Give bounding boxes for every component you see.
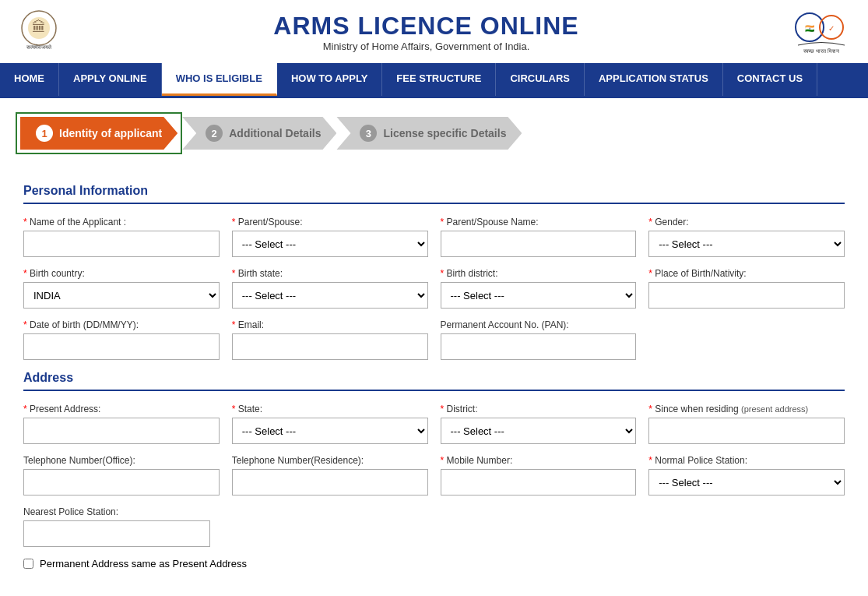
step-3[interactable]: 3 License specific Details (336, 117, 522, 150)
nav-who-is-eligible[interactable]: WHO IS ELIGIBLE (162, 63, 277, 96)
header: 🏛 सत्यमेव जयते ARMS LICENCE ONLINE Minis… (0, 0, 868, 63)
mobile-group: * Mobile Number: (441, 455, 637, 495)
logo: 🏛 सत्यमेव जयते (16, 6, 62, 57)
svg-text:सत्यमेव जयते: सत्यमेव जयते (26, 44, 53, 50)
tel-office-group: Telephone Number(Office): (23, 455, 220, 495)
place-of-birth-group: * Place of Birth/Nativity: (648, 268, 845, 309)
step2-num: 2 (206, 125, 223, 142)
parent-spouse-select[interactable]: --- Select --- Father Spouse (232, 231, 428, 257)
step2-label: Additional Details (229, 127, 321, 139)
step3-label: License specific Details (383, 127, 506, 139)
nearest-police-label: Nearest Police Station: (23, 506, 210, 517)
mobile-input[interactable] (441, 469, 637, 495)
step1-wrapper: 1 Identity of applicant (16, 112, 182, 154)
present-address-group: * Present Address: (23, 404, 220, 444)
name-label: * Name of the Applicant : (23, 217, 220, 227)
state-group: * State: --- Select --- (232, 404, 428, 444)
pan-group: Permanent Account No. (PAN): (441, 319, 637, 360)
pan-label: Permanent Account No. (PAN): (441, 319, 637, 330)
pan-input[interactable] (441, 333, 637, 360)
since-when-label: * Since when residing (present address) (648, 404, 845, 414)
nav-home[interactable]: HOME (0, 63, 59, 96)
form-row-6: Nearest Police Station: (23, 506, 845, 547)
district-select[interactable]: --- Select --- (441, 418, 637, 444)
parent-spouse-name-group: * Parent/Spouse Name: (441, 217, 637, 257)
steps-container: 1 Identity of applicant 2 Additional Det… (0, 98, 868, 168)
dob-input[interactable] (23, 333, 220, 360)
nav-apply-online[interactable]: APPLY ONLINE (59, 63, 162, 96)
emblem-icon: 🏛 सत्यमेव जयते (16, 6, 62, 57)
form-row-2: * Birth country: INDIA * Birth state: --… (23, 268, 845, 309)
main-nav: HOME APPLY ONLINE WHO IS ELIGIBLE HOW TO… (0, 63, 868, 96)
header-right-logo: 🇮🇳 ✓ स्वच्छ भारत मिशन (790, 9, 852, 55)
step3-num: 3 (360, 125, 377, 142)
state-select[interactable]: --- Select --- (232, 418, 428, 444)
tel-residence-group: Telephone Number(Residence): (232, 455, 428, 495)
district-group: * District: --- Select --- (441, 404, 637, 444)
form-row-5: Telephone Number(Office): Telephone Numb… (23, 455, 845, 495)
app-subtitle: Ministry of Home Affairs, Government of … (273, 41, 578, 52)
swachh-bharat-icon: 🇮🇳 ✓ स्वच्छ भारत मिशन (794, 10, 849, 53)
birth-state-select[interactable]: --- Select --- (232, 282, 428, 309)
birth-district-group: * Birth district: --- Select --- (441, 268, 637, 309)
since-when-group: * Since when residing (present address) (648, 404, 845, 444)
personal-info-title: Personal Information (23, 184, 845, 204)
birth-district-select[interactable]: --- Select --- (441, 282, 637, 309)
address-title: Address (23, 371, 845, 391)
parent-spouse-label: * Parent/Spouse: (232, 217, 428, 227)
place-of-birth-input[interactable] (648, 282, 845, 309)
since-when-input[interactable] (648, 418, 845, 444)
district-label: * District: (441, 404, 637, 414)
nav-how-to-apply[interactable]: HOW TO APPLY (277, 63, 382, 96)
gender-group: * Gender: --- Select --- Male Female Oth… (648, 217, 845, 257)
spacer-group (648, 319, 845, 360)
step-1[interactable]: 1 Identity of applicant (20, 117, 177, 150)
present-address-label: * Present Address: (23, 404, 220, 414)
nearest-police-group: Nearest Police Station: (23, 506, 210, 547)
email-label: * Email: (232, 319, 428, 330)
step1-num: 1 (36, 125, 53, 142)
name-group: * Name of the Applicant : (23, 217, 220, 257)
tel-residence-input[interactable] (232, 469, 428, 495)
step-2[interactable]: 2 Additional Details (182, 117, 336, 150)
form-row-4: * Present Address: * State: --- Select -… (23, 404, 845, 444)
nav-contact-us[interactable]: CONTACT US (723, 63, 817, 96)
state-label: * State: (232, 404, 428, 414)
svg-text:🇮🇳: 🇮🇳 (805, 23, 815, 34)
normal-police-label: * Normal Police Station: (648, 455, 845, 466)
gender-label: * Gender: (648, 217, 845, 227)
normal-police-select[interactable]: --- Select --- (648, 469, 845, 495)
name-input[interactable] (23, 231, 220, 257)
normal-police-group: * Normal Police Station: --- Select --- (648, 455, 845, 495)
parent-spouse-name-input[interactable] (441, 231, 637, 257)
mobile-label: * Mobile Number: (441, 455, 637, 466)
steps: 1 Identity of applicant 2 Additional Det… (16, 112, 852, 154)
parent-spouse-group: * Parent/Spouse: --- Select --- Father S… (232, 217, 428, 257)
present-address-input[interactable] (23, 418, 220, 444)
place-of-birth-label: * Place of Birth/Nativity: (648, 268, 845, 279)
app-title: ARMS LICENCE ONLINE (273, 12, 578, 41)
birth-district-label: * Birth district: (441, 268, 637, 279)
tel-office-input[interactable] (23, 469, 220, 495)
nav-fee-structure[interactable]: FEE STRUCTURE (382, 63, 496, 96)
step1-label: Identity of applicant (59, 127, 162, 139)
birth-country-label: * Birth country: (23, 268, 220, 279)
gender-select[interactable]: --- Select --- Male Female Other (648, 231, 845, 257)
tel-office-label: Telephone Number(Office): (23, 455, 220, 466)
nav-circulars[interactable]: CIRCULARS (496, 63, 585, 96)
email-input[interactable] (232, 333, 428, 360)
parent-spouse-name-label: * Parent/Spouse Name: (441, 217, 637, 227)
permanent-address-checkbox[interactable] (23, 559, 33, 569)
svg-text:स्वच्छ भारत मिशन: स्वच्छ भारत मिशन (803, 48, 840, 53)
nearest-police-input[interactable] (23, 520, 210, 547)
email-group: * Email: (232, 319, 428, 360)
birth-country-group: * Birth country: INDIA (23, 268, 220, 309)
svg-text:🏛: 🏛 (32, 19, 46, 35)
nav-application-status[interactable]: APPLICATION STATUS (585, 63, 723, 96)
birth-state-label: * Birth state: (232, 268, 428, 279)
form-row-1: * Name of the Applicant : * Parent/Spous… (23, 217, 845, 257)
permanent-address-label: Permanent Address same as Present Addres… (40, 558, 247, 570)
birth-state-group: * Birth state: --- Select --- (232, 268, 428, 309)
header-title: ARMS LICENCE ONLINE Ministry of Home Aff… (273, 12, 578, 52)
birth-country-select[interactable]: INDIA (23, 282, 220, 309)
